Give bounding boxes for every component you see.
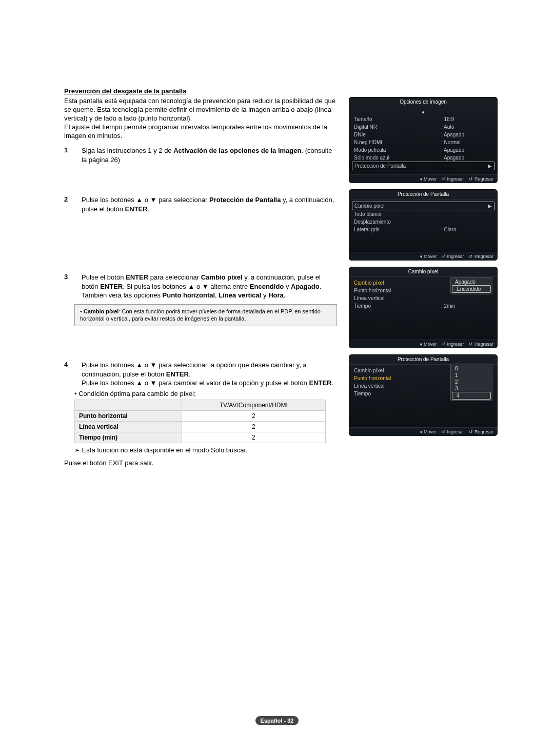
step-3: 3 Pulse el botón ENTER para seleccionar … bbox=[64, 273, 339, 300]
osd-menu-item[interactable]: Digital NR: Auto bbox=[352, 123, 494, 131]
dropdown-option[interactable]: Encendido bbox=[452, 285, 491, 293]
step4-and-osd4: 4 Pulse los botones ▲ o ▼ para seleccion… bbox=[64, 354, 498, 467]
step3-block: 3 Pulse el botón ENTER para seleccionar … bbox=[64, 267, 339, 330]
step4-block: 4 Pulse los botones ▲ o ▼ para seleccion… bbox=[64, 354, 339, 467]
manual-page: Prevención del desgaste de la pantalla E… bbox=[0, 0, 554, 756]
step-4-num: 4 bbox=[64, 361, 71, 368]
dropdown-option[interactable]: 1 bbox=[451, 372, 492, 379]
bullet-condicion: • Condición óptima para cambio de píxel; bbox=[74, 390, 339, 397]
step2-block: 2 Pulse los botones ▲ o ▼ para seleccion… bbox=[64, 189, 339, 213]
dropdown-option[interactable]: 4 bbox=[452, 392, 491, 400]
osd4-title: Protección de Pantalla bbox=[349, 354, 498, 365]
step-2-text: Pulse los botones ▲ o ▼ para seleccionar… bbox=[82, 195, 339, 213]
osd-menu-item[interactable]: Cambio píxel▶ bbox=[352, 202, 494, 210]
exit-line: Pulse el botón EXIT para salir. bbox=[64, 459, 339, 467]
osd2-col: Protección de Pantalla Cambio píxel▶Todo… bbox=[349, 189, 498, 267]
osd3-title: Cambio píxel bbox=[349, 267, 498, 277]
step-4: 4 Pulse los botones ▲ o ▼ para seleccion… bbox=[64, 361, 339, 388]
osd-menu-item[interactable]: Sólo modo azul: Apagado bbox=[352, 154, 494, 162]
osd-menu-item[interactable]: Modo película: Apagado bbox=[352, 146, 494, 154]
osd2-footer: ♦ Mover ⏎ Ingresar ↺ Regresar bbox=[349, 252, 498, 261]
step-4-text: Pulse los botones ▲ o ▼ para seleccionar… bbox=[82, 361, 339, 388]
osd2-body: Cambio píxel▶Todo blancoDesplazamientoLa… bbox=[349, 200, 498, 252]
osd3-footer: ♦ Mover ⏎ Ingresar ↺ Regresar bbox=[349, 340, 498, 348]
osd-menu-item[interactable]: N.neg HDMI: Normal bbox=[352, 138, 494, 146]
page-number: Español - 32 bbox=[255, 716, 299, 725]
osd1-col: Opciones de imagen ▲ Tamaño: 16:9Digital… bbox=[349, 97, 498, 189]
table-col-header: TV/AV/Component/HDMI bbox=[182, 400, 325, 410]
osd3-col: Cambio píxel Cambio píxelPunto horizonta… bbox=[349, 267, 498, 354]
chevron-right-icon: ▶ bbox=[486, 203, 492, 209]
dropdown-option[interactable]: 2 bbox=[451, 379, 492, 385]
osd-mover: ♦ Mover bbox=[420, 176, 437, 182]
step-1-num: 1 bbox=[64, 146, 71, 154]
osd-arrow-up-icon: ▲ bbox=[352, 109, 494, 114]
dropdown-option[interactable]: Apagado bbox=[451, 278, 492, 285]
osd-menu-item[interactable]: Tamaño: 16:9 bbox=[352, 115, 494, 123]
osd-cambio-pixel: Cambio píxel Cambio píxelPunto horizonta… bbox=[349, 267, 498, 348]
osd4-col: Protección de Pantalla Cambio píxelPunto… bbox=[349, 354, 498, 442]
osd-menu-item[interactable]: Tiempo: 2min bbox=[352, 302, 494, 310]
note-box: • Cambio píxel: Con esta función podrá m… bbox=[74, 304, 337, 327]
osd-menu-item[interactable]: Todo blanco bbox=[352, 210, 494, 218]
step2-and-osd2: 2 Pulse los botones ▲ o ▼ para seleccion… bbox=[64, 189, 498, 267]
page-number-wrap: Español - 32 bbox=[0, 716, 554, 725]
osd-menu-item[interactable]: DNIe: Apagado bbox=[352, 131, 494, 138]
step-2: 2 Pulse los botones ▲ o ▼ para seleccion… bbox=[64, 195, 339, 213]
osd-proteccion-pantalla-2: Protección de Pantalla Cambio píxelPunto… bbox=[349, 354, 498, 436]
chevron-right-icon: ▶ bbox=[486, 163, 492, 169]
osd-regresar: ↺ Regresar bbox=[469, 176, 493, 182]
pixel-shift-table: TV/AV/Component/HDMI Punto horizontal2 L… bbox=[74, 400, 326, 443]
step-3-text: Pulse el botón ENTER para seleccionar Ca… bbox=[82, 273, 339, 300]
intro-and-osd1: Esta pantalla está equipada con tecnolog… bbox=[64, 97, 498, 189]
step-1: 1 Siga las instrucciones 1 y 2 de Activa… bbox=[64, 146, 339, 164]
dropdown-option[interactable]: 3 bbox=[451, 385, 492, 392]
osd-menu-item[interactable]: Protección de Pantalla▶ bbox=[352, 162, 494, 170]
osd2-title: Protección de Pantalla bbox=[349, 189, 498, 200]
osd-menu-item[interactable]: Línea vertical bbox=[352, 294, 494, 302]
intro-p1: Esta pantalla está equipada con tecnolog… bbox=[64, 97, 339, 123]
osd1-title: Opciones de imagen bbox=[349, 97, 498, 107]
osd3-dropdown[interactable]: ApagadoEncendido bbox=[450, 277, 492, 294]
step-3-num: 3 bbox=[64, 273, 71, 281]
step-1-text: Siga las instrucciones 1 y 2 de Activaci… bbox=[82, 146, 339, 164]
osd-ingresar: ⏎ Ingresar bbox=[442, 176, 464, 182]
intro-p2: El ajuste del tiempo permite programar i… bbox=[64, 123, 339, 141]
osd4-footer: ♦ Mover ⏎ Ingresar ↺ Regresar bbox=[349, 427, 498, 436]
availability-note: ➢ Esta función no está disponible en el … bbox=[74, 446, 339, 454]
intro-block: Esta pantalla está equipada con tecnolog… bbox=[64, 97, 339, 165]
osd1-body: ▲ Tamaño: 16:9Digital NR: AutoDNIe: Apag… bbox=[349, 107, 498, 174]
osd4-dropdown[interactable]: 01234 bbox=[450, 364, 492, 401]
section-title: Prevención del desgaste de la pantalla bbox=[64, 87, 498, 95]
osd-menu-item[interactable]: Lateral gris: Claro bbox=[352, 226, 494, 233]
dropdown-option[interactable]: 0 bbox=[451, 365, 492, 372]
step3-and-osd3: 3 Pulse el botón ENTER para seleccionar … bbox=[64, 267, 498, 354]
step-2-num: 2 bbox=[64, 195, 71, 203]
osd-menu-item[interactable]: Desplazamiento bbox=[352, 218, 494, 226]
osd1-footer: ♦ Mover ⏎ Ingresar ↺ Regresar bbox=[349, 174, 498, 183]
osd-opciones-de-imagen: Opciones de imagen ▲ Tamaño: 16:9Digital… bbox=[349, 97, 498, 183]
osd-proteccion-pantalla: Protección de Pantalla Cambio píxel▶Todo… bbox=[349, 189, 498, 261]
